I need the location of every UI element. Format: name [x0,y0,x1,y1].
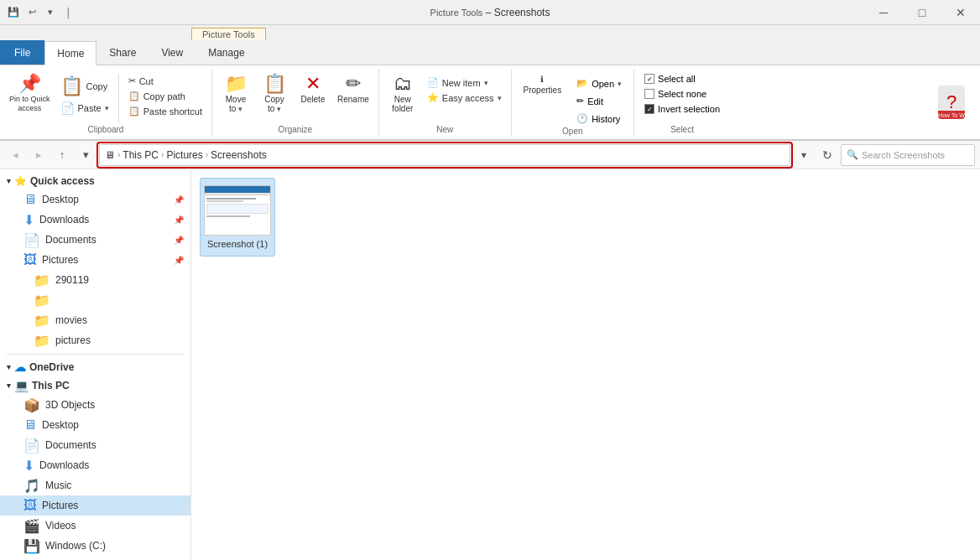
sidebar-item-desktop-qa[interactable]: 🖥 Desktop 📌 [0,189,190,210]
edit-button[interactable]: ✏ Edit [570,93,628,109]
new-item-button[interactable]: 📄 New item ▾ [423,75,506,90]
delete-button[interactable]: ✕ Delete [295,72,331,106]
pin-pictures: 📌 [174,256,184,265]
path-icon: 🖥 [105,149,115,161]
select-all-button[interactable]: ✓ Select all [639,72,725,86]
move-icon: 📁 [225,75,248,93]
tab-home[interactable]: Home [44,41,96,65]
sidebar-item-290119[interactable]: 📁 290119 [0,270,190,290]
folder-pictures-sub-icon: 📁 [34,333,50,349]
easy-access-button[interactable]: ⭐ Easy access ▾ [423,91,506,105]
paste-shortcut-button[interactable]: 📋 Paste shortcut [124,104,206,118]
pictures-qa-icon: 🖼 [23,252,37,267]
rename-icon: ✏ [346,75,361,93]
window-title-text: Screenshots [494,7,550,18]
paste-dropdown-arrow: ▾ [105,104,109,112]
help-button[interactable]: ? How To W [931,77,972,127]
windows-c-icon: 💾 [23,538,40,554]
thispc-chevron: ▾ [7,381,11,390]
copy-path-button[interactable]: 📋 Copy path [124,89,206,103]
path-mid: Pictures [166,149,202,161]
cut-button[interactable]: ✂ Cut [124,74,206,88]
up-button[interactable]: ↑ [52,145,72,165]
invert-checkbox: ✓ [644,104,654,114]
select-label: Select [670,125,694,136]
file-item-screenshot1[interactable]: Screenshot (1) [200,178,275,257]
tab-view[interactable]: View [149,40,195,65]
move-to-button[interactable]: 📁 Moveto ▾ [217,72,254,116]
refresh-button[interactable]: ↻ [817,144,837,166]
tb-separator: │ [60,4,77,21]
sidebar-item-downloads-qa[interactable]: ⬇ Downloads 📌 [0,210,190,230]
ribbon-group-select: ✓ Select all Select none ✓ Invert select… [634,69,730,136]
sidebar-item-documents-pc[interactable]: 📄 Documents [0,435,190,455]
sidebar-divider-1 [7,354,184,355]
tab-manage[interactable]: Manage [195,40,257,65]
close-button[interactable]: ✕ [941,0,980,25]
thispc-icon: 💻 [14,379,29,392]
quick-access-header[interactable]: ▾ ⭐ Quick access [0,173,190,189]
rename-button[interactable]: ✏ Rename [333,72,373,106]
pin-desktop: 📌 [174,195,184,205]
new-folder-icon: 🗂 [394,75,412,93]
forward-button[interactable]: ▸ [29,145,49,165]
recent-button[interactable]: ▾ [76,145,96,165]
picture-tools-label: Picture Tools [430,8,483,18]
history-button[interactable]: 🕐 History [570,111,628,127]
sidebar-item-desktop-pc[interactable]: 🖥 Desktop [0,415,190,435]
select-none-button[interactable]: Select none [639,87,725,101]
onedrive-chevron: ▾ [7,363,11,371]
picture-tools-tab-label[interactable]: Picture Tools [191,28,266,40]
back-button[interactable]: ◂ [5,145,25,165]
organize-label: Organize [279,125,313,136]
maximize-button[interactable]: □ [903,0,941,25]
onedrive-header[interactable]: ▾ ☁ OneDrive [0,358,190,376]
address-bar[interactable]: 🖥 › This PC › Pictures › Screenshots [99,144,790,166]
videos-pc-icon: 🎬 [23,518,40,534]
sidebar-item-movies[interactable]: 📁 movies [0,310,190,330]
tab-share[interactable]: Share [96,40,149,65]
pin-icon: 📌 [18,75,41,93]
quick-access-label: Quick access [30,175,95,187]
tb-dropdown-icon[interactable]: ▾ [42,4,59,21]
sidebar-item-pictures-qa[interactable]: 🖼 Pictures 📌 [0,250,190,270]
new-item-icon: 📄 [427,77,439,88]
sidebar-item-music-pc[interactable]: 🎵 Music [0,475,190,495]
content-area: Screenshot (1) [191,169,980,560]
main-layout: ▾ ⭐ Quick access 🖥 Desktop 📌 ⬇ Downloads… [0,169,980,560]
documents-pc-icon: 📄 [23,438,40,454]
address-dropdown-button[interactable]: ▾ [794,144,814,166]
tb-save-icon[interactable]: 💾 [5,4,22,21]
sidebar-item-downloads-pc[interactable]: ⬇ Downloads [0,455,190,475]
invert-selection-button[interactable]: ✓ Invert selection [639,102,725,116]
sidebar-item-videos-pc[interactable]: 🎬 Videos [0,516,190,536]
properties-button[interactable]: ℹ Properties [517,72,569,97]
tab-file[interactable]: File [0,40,44,65]
pin-quick-access-button[interactable]: 📌 Pin to Quickaccess [5,72,55,116]
sidebar-item-documents-qa[interactable]: 📄 Documents 📌 [0,230,190,250]
thispc-header[interactable]: ▾ 💻 This PC [0,376,190,395]
copy-button[interactable]: 📋 Copy [56,74,113,99]
copy-to-icon: 📋 [263,75,286,93]
search-bar[interactable]: 🔍 Search Screenshots [841,144,975,166]
pin-label: Pin to Quickaccess [9,95,50,113]
open-button[interactable]: 📂 Open ▾ [570,75,628,91]
paste-icon: 📄 [60,101,75,115]
desktop-pc-icon: 🖥 [23,417,37,433]
sidebar-item-unnamed[interactable]: 📁 [0,290,190,310]
onedrive-icon: ☁ [14,360,26,374]
minimize-button[interactable]: ─ [864,0,903,25]
tb-undo-icon[interactable]: ↩ [23,4,40,21]
sidebar-item-pictures-sub[interactable]: 📁 pictures [0,330,190,350]
paste-button[interactable]: 📄 Paste ▾ [56,100,113,117]
ribbon-tabs: File Home Share View Manage [0,40,980,65]
new-folder-button[interactable]: 🗂 Newfolder [384,72,421,116]
edit-icon: ✏ [576,96,584,106]
sidebar-item-windows-c[interactable]: 💾 Windows (C:) [0,536,190,556]
paste-shortcut-icon: 📋 [128,106,140,117]
sidebar-item-3dobjects[interactable]: 📦 3D Objects [0,395,190,415]
folder-unnamed-icon: 📁 [34,293,50,309]
sidebar-item-pictures-pc[interactable]: 🖼 Pictures [0,495,190,516]
onedrive-label: OneDrive [29,361,74,373]
copy-to-button[interactable]: 📋 Copyto ▾ [256,72,293,116]
